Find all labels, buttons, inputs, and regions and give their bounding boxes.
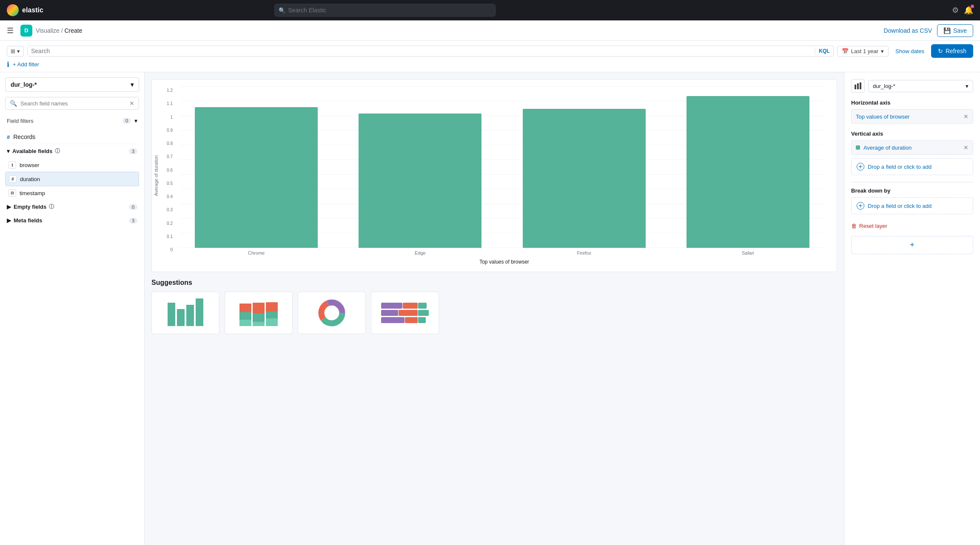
filter-row-1: ⊞ ▾ KQL 📅 Last 1 year ▾ Show dates ↻ Ref…	[7, 44, 973, 58]
add-filter-button[interactable]: + Add filter	[13, 61, 39, 68]
meta-fields-title: ▶ Meta fields	[7, 217, 42, 224]
x-axis-area: Chrome Edge Firefox Safari	[175, 248, 833, 255]
hamburger-menu[interactable]: ☰	[7, 26, 14, 35]
kql-badge[interactable]: KQL	[815, 47, 833, 55]
suggestion-donut[interactable]	[298, 292, 366, 334]
field-browser[interactable]: t browser	[5, 158, 139, 172]
logo-icon	[7, 4, 19, 16]
calendar-icon: 📅	[842, 48, 849, 54]
time-range-selector[interactable]: 📅 Last 1 year ▾	[837, 46, 889, 57]
svg-rect-5	[857, 83, 859, 89]
field-filters-row[interactable]: Field filters 0 ▾	[5, 115, 139, 127]
field-duration[interactable]: # duration	[5, 172, 139, 186]
break-down-section: Break down by + Drop a field or click to…	[851, 187, 973, 214]
x-axis-title: Top values of browser	[175, 259, 833, 265]
records-row[interactable]: # Records	[5, 130, 139, 144]
svg-rect-4	[855, 85, 856, 89]
meta-fields-count: 3	[129, 218, 137, 224]
suggestion-stacked-bar[interactable]	[225, 292, 293, 334]
filter-search-input[interactable]	[28, 46, 815, 56]
average-duration-label: Average of duration	[863, 145, 912, 151]
chevron-down-icon: ▾	[966, 83, 969, 89]
field-timestamp-name: timestamp	[20, 190, 45, 196]
chevron-right-icon: ▶	[7, 204, 11, 210]
nav-right-actions: ⚙ 🔔	[952, 6, 973, 15]
average-duration-chip[interactable]: Average of duration ✕	[851, 140, 973, 155]
notifications-bell[interactable]: 🔔	[964, 6, 973, 15]
available-fields-count: 3	[129, 148, 137, 154]
bar-chrome[interactable]	[179, 88, 333, 248]
bars-area	[175, 86, 833, 248]
empty-fields-title: ▶ Empty fields ⓘ	[7, 203, 54, 210]
horizontal-axis-title: Horizontal axis	[851, 99, 973, 106]
add-layer-button[interactable]: +	[851, 236, 973, 254]
global-search-input[interactable]	[274, 4, 496, 17]
field-type-text-icon: t	[9, 161, 16, 169]
elastic-brand-name: elastic	[22, 6, 43, 14]
search-icon: 🔍	[10, 100, 17, 107]
breadcrumb-visualize[interactable]: Visualize	[36, 27, 60, 34]
meta-fields-section[interactable]: ▶ Meta fields 3	[5, 214, 139, 227]
bar-chart-icon	[854, 82, 862, 90]
break-down-title: Break down by	[851, 187, 973, 194]
suggestions-title: Suggestions	[151, 279, 837, 287]
drop-field-vertical-box[interactable]: + Drop a field or click to add	[851, 158, 973, 175]
reset-layer-button[interactable]: 🗑 Reset layer	[851, 221, 887, 231]
vertical-axis-title: Vertical axis	[851, 131, 973, 137]
chevron-down-icon: ▾	[7, 148, 10, 154]
clear-search-icon[interactable]: ✕	[129, 100, 134, 107]
save-button[interactable]: 💾 Save	[937, 24, 973, 37]
download-csv-button[interactable]: Download as CSV	[883, 27, 932, 34]
top-values-browser-chip[interactable]: Top values of browser ✕	[851, 109, 973, 124]
y-axis-label: Average of duration	[154, 155, 159, 196]
refresh-icon: ↻	[938, 48, 943, 54]
user-badge[interactable]: D	[20, 25, 32, 37]
empty-fields-section[interactable]: ▶ Empty fields ⓘ 0	[5, 200, 139, 214]
bar-safari[interactable]	[671, 88, 825, 248]
mini-horiz-bars	[379, 298, 430, 328]
drop-field-vertical-label: Drop a field or click to add	[868, 164, 932, 170]
global-search-bar: 🔍	[274, 4, 496, 17]
field-list: t browser # duration ⊟ timestamp	[5, 158, 139, 200]
time-range-label: Last 1 year	[851, 48, 878, 54]
drop-field-breakdown-label: Drop a field or click to add	[868, 203, 932, 209]
show-dates-button[interactable]: Show dates	[892, 48, 928, 54]
bar-firefox[interactable]	[507, 88, 661, 248]
svg-rect-6	[860, 82, 861, 89]
field-filters-count: 0	[122, 118, 131, 124]
elastic-logo[interactable]: elastic	[7, 4, 43, 16]
breadcrumb: Visualize / Create	[36, 27, 82, 34]
x-label-safari: Safari	[671, 250, 825, 255]
remove-horizontal-axis-icon[interactable]: ✕	[963, 113, 969, 120]
empty-fields-info-icon: ⓘ	[49, 203, 54, 210]
bar-chrome-rect	[195, 107, 318, 248]
drop-field-breakdown-box[interactable]: + Drop a field or click to add	[851, 197, 973, 214]
filter-search-bar: KQL	[27, 45, 834, 57]
settings-icon[interactable]: ⚙	[952, 6, 959, 15]
field-filters-label: Field filters	[7, 118, 34, 124]
suggestion-bar-chart[interactable]	[151, 292, 219, 334]
bar-edge[interactable]	[343, 88, 497, 248]
index-selector-icon: ⊞	[11, 48, 15, 54]
field-search-input[interactable]	[20, 100, 126, 107]
right-index-dropdown[interactable]: dur_log-* ▾	[868, 80, 973, 92]
chart-type-icon[interactable]	[851, 79, 865, 93]
x-label-edge: Edge	[343, 250, 497, 255]
top-navigation: elastic 🔍 ⚙ 🔔	[0, 0, 980, 20]
index-pattern-selector[interactable]: dur_log-* ▾	[5, 77, 139, 92]
mini-bar-chart	[166, 298, 205, 328]
chevron-down-icon: ▾	[881, 48, 884, 54]
suggestion-horiz-stacked[interactable]	[371, 292, 439, 334]
records-icon: #	[7, 134, 10, 140]
refresh-button[interactable]: ↻ Refresh	[931, 44, 973, 58]
field-type-datetime-icon: ⊟	[9, 189, 16, 197]
field-timestamp[interactable]: ⊟ timestamp	[5, 186, 139, 200]
index-selector[interactable]: ⊞ ▾	[7, 46, 24, 57]
available-fields-info-icon: ⓘ	[55, 148, 60, 155]
divider	[851, 182, 973, 182]
x-label-chrome: Chrome	[179, 250, 333, 255]
remove-vertical-axis-icon[interactable]: ✕	[963, 144, 969, 151]
svg-point-3	[328, 309, 336, 318]
available-fields-section[interactable]: ▾ Available fields ⓘ 3	[5, 144, 139, 158]
bar-edge-rect	[359, 114, 481, 248]
